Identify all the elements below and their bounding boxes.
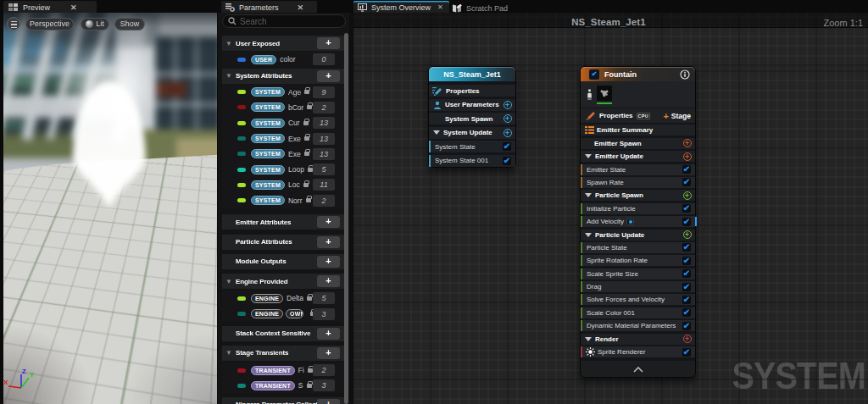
svg-text:Z: Z	[22, 368, 26, 375]
svg-text:X: X	[3, 379, 8, 386]
svg-text:Y: Y	[30, 371, 35, 379]
